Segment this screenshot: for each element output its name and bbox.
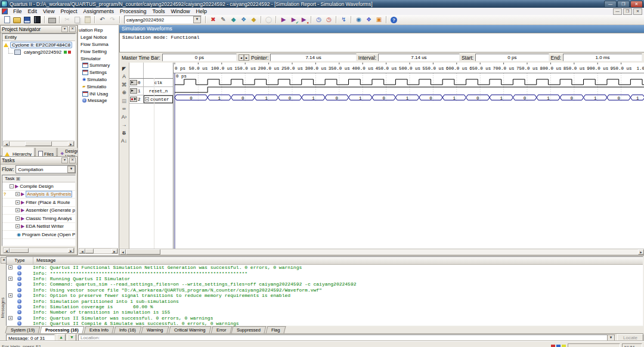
zoom-tool-icon[interactable]: ⊕: [120, 89, 128, 97]
menu-edit[interactable]: Edit: [25, 8, 41, 14]
project-combobox[interactable]: caiyang20224592▼: [124, 16, 202, 24]
text-tool-icon[interactable]: A: [120, 73, 128, 81]
signal-row-clk[interactable]: 0clk: [129, 79, 173, 87]
expand-icon[interactable]: +: [8, 265, 13, 269]
spin-left-icon[interactable]: ◄: [239, 54, 244, 61]
message-row[interactable]: iInfo: Command: quartus_sim --read_setti…: [7, 281, 643, 287]
report-item[interactable]: ▰Simulatio: [78, 83, 119, 90]
signal-name-cell[interactable]: clk: [144, 79, 173, 86]
tab-critical-warning[interactable]: Critical Warning: [169, 326, 212, 333]
help-button[interactable]: ?: [389, 16, 399, 24]
close-button[interactable]: ✕: [630, 1, 643, 8]
signal-name-cell[interactable]: +counter: [144, 95, 173, 103]
start-simulation-button[interactable]: ▶●: [299, 16, 309, 24]
programmer-button[interactable]: ▣: [374, 16, 384, 24]
tab-flag[interactable]: Flag: [266, 326, 286, 333]
report-item[interactable]: ulation Rep: [78, 27, 119, 34]
panel-pin-icon[interactable]: ▾: [61, 157, 68, 163]
restore-button[interactable]: ❐: [617, 1, 630, 8]
expand-icon[interactable]: +: [16, 192, 20, 196]
scroll-right-icon[interactable]: ►: [638, 249, 644, 255]
message-row[interactable]: iInfo: Simulation coverage is 60.00 %: [7, 304, 643, 309]
tab-warning[interactable]: Warning: [141, 326, 169, 333]
assignments-diamond-button[interactable]: ◆: [249, 16, 259, 24]
invert-tool-icon[interactable]: B: [120, 129, 128, 137]
message-row[interactable]: +iInfo: Quartus II Functional Simulation…: [7, 265, 643, 270]
scroll-right-icon[interactable]: ►: [68, 141, 74, 146]
save-button[interactable]: [22, 16, 32, 24]
sort-tool-icon[interactable]: A↓: [120, 137, 128, 145]
report-item[interactable]: Summary: [78, 62, 119, 69]
simulator-tool-button[interactable]: ↯: [339, 16, 349, 24]
task-row[interactable]: -▶Compile Design: [2, 182, 75, 191]
menu-project[interactable]: Project: [57, 8, 80, 14]
menu-assignments[interactable]: Assignments: [80, 8, 117, 14]
message-row[interactable]: iInfo: *********************************…: [7, 270, 643, 275]
spin-right-icon[interactable]: ►: [244, 54, 249, 61]
undo-button[interactable]: ↶: [97, 16, 107, 24]
tab-processing-16-[interactable]: Processing (16): [40, 326, 85, 333]
collapse-icon[interactable]: -: [10, 184, 14, 188]
scroll-right-icon[interactable]: ►: [112, 249, 117, 253]
stop-processing-red-button[interactable]: ◷: [324, 16, 334, 24]
mdi-minimize-button[interactable]: —: [613, 8, 622, 15]
paste-tool-icon[interactable]: ▤: [120, 97, 128, 105]
expand-icon[interactable]: +: [16, 216, 20, 221]
settings-stack-button[interactable]: ❖: [239, 16, 249, 24]
message-row[interactable]: +iInfo: Running Quartus II Simulator: [7, 276, 643, 281]
message-row[interactable]: iInfo: Simulation partitioned into 1 sub…: [7, 298, 643, 303]
task-row[interactable]: ◉Program Device (Open Pro: [2, 231, 75, 239]
redo-button[interactable]: ↷: [107, 16, 117, 24]
scroll-left-icon[interactable]: ◄: [4, 141, 10, 146]
scroll-right-icon[interactable]: ►: [68, 248, 74, 253]
tab-info-16-[interactable]: Info (16): [114, 326, 142, 333]
report-item[interactable]: Flow Setting: [78, 48, 119, 55]
expand-icon[interactable]: +: [8, 277, 13, 281]
expand-icon[interactable]: +: [16, 200, 20, 205]
panel-pin-icon[interactable]: ▾: [61, 26, 68, 32]
minimize-button[interactable]: —: [604, 1, 617, 8]
report-item[interactable]: Simulator: [78, 55, 119, 62]
paste-button[interactable]: [82, 16, 92, 24]
selection-tool-icon[interactable]: ◤: [120, 64, 128, 73]
task-row[interactable]: +▶Assembler (Generate p: [2, 207, 75, 215]
type-column-header[interactable]: Type: [7, 257, 33, 264]
expand-icon[interactable]: +: [8, 293, 13, 298]
scroll-thumb[interactable]: [25, 141, 52, 146]
project-navigator-hscrollbar[interactable]: ◄ ►: [3, 141, 75, 147]
ime-indicator-icon[interactable]: [556, 345, 561, 347]
pointer-field[interactable]: 7.14 us: [270, 54, 357, 61]
message-column-header[interactable]: Message: [33, 257, 643, 264]
scroll-thumb[interactable]: [126, 249, 160, 255]
new-file-button[interactable]: [2, 16, 12, 24]
open-file-button[interactable]: [12, 16, 22, 24]
copy-button[interactable]: [72, 16, 82, 24]
end-field[interactable]: 1.0 ms: [563, 54, 642, 61]
task-row[interactable]: +▶EDA Netlist Writer: [2, 223, 75, 231]
scroll-thumb[interactable]: [85, 249, 94, 253]
expand-icon[interactable]: +: [16, 224, 20, 228]
expand-icon[interactable]: +: [8, 316, 13, 320]
tab-error[interactable]: Error: [210, 326, 232, 333]
report-item[interactable]: Flow Summa: [78, 41, 119, 48]
start-analysis-button[interactable]: ▶✔: [289, 16, 299, 24]
waveform-edit-tool-icon[interactable]: ⌘: [120, 80, 128, 89]
scroll-thumb[interactable]: [10, 248, 29, 253]
menu-processing[interactable]: Processing: [117, 8, 150, 14]
menu-file[interactable]: File: [10, 8, 25, 14]
waveform-hscrollbar[interactable]: ◄ ►: [119, 249, 644, 255]
start-field[interactable]: 0 ps: [475, 54, 549, 61]
signal-row-reset_n[interactable]: 1reset_n: [129, 87, 173, 95]
scroll-left-icon[interactable]: ◄: [4, 248, 10, 253]
tasks-hscrollbar[interactable]: ◄ ►: [3, 247, 75, 253]
compiler-tool-button[interactable]: ◉: [354, 16, 364, 24]
stop-processing-button[interactable]: ◷: [314, 16, 324, 24]
goto-tool-icon[interactable]: →: [120, 121, 128, 129]
report-item[interactable]: INI Usag: [78, 90, 119, 97]
chevron-down-icon[interactable]: ▼: [607, 334, 615, 342]
mdi-close-button[interactable]: ✕: [633, 8, 642, 15]
menu-tools[interactable]: Tools: [149, 8, 168, 14]
netlist-viewer-button[interactable]: ❖: [364, 16, 374, 24]
entity-column-header[interactable]: Entity: [2, 34, 75, 41]
report-item[interactable]: ◉Simulatio: [78, 76, 119, 83]
